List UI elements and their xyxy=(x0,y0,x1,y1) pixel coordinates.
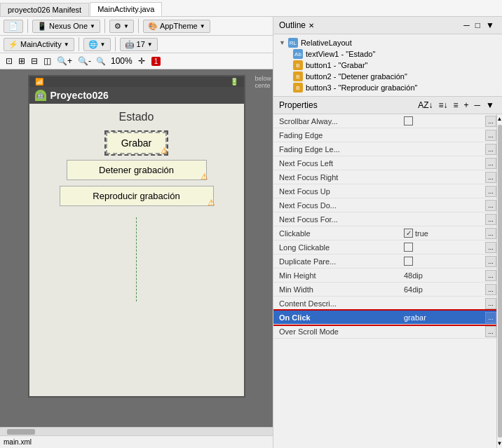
prop-more-content-desc[interactable]: ... xyxy=(485,298,496,309)
toolbar-3: ⊡ ⊞ ⊟ ◫ 🔍+ 🔍- 🔍 100% ✛ 1 xyxy=(0,53,273,69)
toolbar-1: 📄 📱 Nexus One ▼ ⚙ ▼ 🎨 AppTheme ▼ xyxy=(0,17,273,36)
prop-row-on-click[interactable]: On Click grabar ... xyxy=(273,311,496,325)
grabar-button[interactable]: Grabar xyxy=(106,132,168,154)
locale-btn[interactable]: 🌐 ▼ xyxy=(83,38,111,51)
canvas-scrollbar[interactable] xyxy=(0,427,273,435)
canvas-label-center: cente xyxy=(255,82,271,89)
props-add-btn[interactable]: + xyxy=(462,99,471,111)
tree-item-textview1[interactable]: Ab textView1 - "Estado" xyxy=(279,48,496,60)
prop-row-next-focus-forward[interactable]: Next Focus For... ... xyxy=(273,212,496,226)
tree-item-button1[interactable]: B button1 - "Grabar" xyxy=(279,60,496,71)
outline-tree: ▼ RL RelativeLayout Ab textView1 - "Esta… xyxy=(273,34,502,96)
tab-manifest[interactable]: proyecto026 Manifest xyxy=(0,3,89,16)
canvas-label-below: below xyxy=(255,75,271,82)
scroll-up-arrow[interactable]: ▲ xyxy=(496,114,502,123)
prop-row-content-desc[interactable]: Content Descri... ... xyxy=(273,297,496,311)
prop-more-next-focus-forward[interactable]: ... xyxy=(485,214,496,225)
zoom-in-btn[interactable]: 🔍+ xyxy=(55,55,74,67)
estado-label: Estado xyxy=(119,111,154,123)
separator-2 xyxy=(104,19,105,33)
outline-title: Outline xyxy=(279,20,306,30)
props-minimize-btn[interactable]: ─ xyxy=(473,99,483,111)
render-btn[interactable]: ◫ xyxy=(41,55,53,67)
tree-item-relativelayout[interactable]: ▼ RL RelativeLayout xyxy=(279,37,496,48)
prop-more-fading-edge[interactable]: ... xyxy=(485,130,496,141)
tree-label-textview1: textView1 - "Estado" xyxy=(306,50,375,58)
prop-row-next-focus-left[interactable]: Next Focus Left ... xyxy=(273,156,496,170)
error-badge: 1 xyxy=(151,57,161,66)
tree-label-button3: button3 - "Reproducir grabación" xyxy=(306,83,417,92)
zoom-level: 🔍 xyxy=(96,57,106,66)
canvas-scrollbar-thumb[interactable] xyxy=(7,429,35,435)
prop-row-next-focus-up[interactable]: Next Focus Up ... xyxy=(273,184,496,198)
props-sort-cat-btn[interactable]: ≡↓ xyxy=(437,99,450,111)
reproducir-button[interactable]: Reproducir grabación xyxy=(60,186,214,206)
tree-icon-button1: B xyxy=(293,60,303,70)
new-file-btn[interactable]: 📄 xyxy=(4,20,23,33)
prop-more-min-height[interactable]: ... xyxy=(485,270,496,281)
detener-warning-icon: ⚠ xyxy=(201,172,208,182)
prop-more-fading-edge-length[interactable]: ... xyxy=(485,144,496,155)
prop-more-next-focus-right[interactable]: ... xyxy=(485,172,496,183)
zoom-fit-btn[interactable]: ⊞ xyxy=(16,55,27,67)
api-level-btn[interactable]: 🤖 17 ▼ xyxy=(120,38,158,51)
separator-5 xyxy=(115,37,116,51)
on-click-value: grabar xyxy=(404,313,426,322)
config-btn[interactable]: ⚙ ▼ xyxy=(109,20,134,33)
prop-row-next-focus-right[interactable]: Next Focus Right ... xyxy=(273,170,496,184)
prop-row-min-height[interactable]: Min Height 48dip ... xyxy=(273,269,496,283)
prop-row-over-scroll[interactable]: Over Scroll Mode ... xyxy=(273,325,496,339)
prop-row-fading-edge-length[interactable]: Fading Edge Le... ... xyxy=(273,142,496,156)
props-sort-alpha-btn[interactable]: AZ↓ xyxy=(416,99,435,111)
duplicate-parent-checkbox[interactable] xyxy=(404,257,413,266)
tree-item-button2[interactable]: B button2 - "Detener grabación" xyxy=(279,71,496,82)
props-advanced-btn[interactable]: ≡ xyxy=(452,99,461,111)
properties-header: Properties AZ↓ ≡↓ ≡ + ─ ▼ xyxy=(273,97,502,114)
prop-row-long-clickable[interactable]: Long Clickable ... xyxy=(273,240,496,254)
prop-more-clickable[interactable]: ... xyxy=(485,228,496,239)
outline-header: Outline ✕ ─ □ ▼ xyxy=(273,17,502,34)
device-selector-btn[interactable]: 📱 Nexus One ▼ xyxy=(32,20,100,33)
prop-more-long-clickable[interactable]: ... xyxy=(485,242,496,253)
zoom-100-btn[interactable]: 100% xyxy=(109,55,135,67)
properties-table: Scrollbar Alway... ... Fading Edge ... xyxy=(273,114,496,448)
prop-row-next-focus-down[interactable]: Next Focus Do... ... xyxy=(273,198,496,212)
phone-content: Estado Grabar ⚠ Detener grabación ⚠ Repr… xyxy=(29,104,244,308)
prop-row-scrollbar-always[interactable]: Scrollbar Alway... ... xyxy=(273,114,496,128)
tree-arrow-icon: ▼ xyxy=(279,39,285,46)
separator-1 xyxy=(27,19,28,33)
prop-more-min-width[interactable]: ... xyxy=(485,284,496,295)
pan-btn[interactable]: ✛ xyxy=(136,55,147,67)
select-tool-btn[interactable]: ⊡ xyxy=(4,55,15,67)
prop-row-duplicate-parent[interactable]: Duplicate Pare... ... xyxy=(273,254,496,269)
prop-row-min-width[interactable]: Min Width 64dip ... xyxy=(273,283,496,297)
outline-maximize-btn[interactable]: □ xyxy=(473,19,482,32)
prop-more-duplicate-parent[interactable]: ... xyxy=(485,256,496,267)
tab-main-activity[interactable]: MainActivity.java xyxy=(90,2,162,16)
prop-more-next-focus-left[interactable]: ... xyxy=(485,158,496,169)
scroll-down-arrow[interactable]: ▼ xyxy=(496,439,502,448)
prop-row-clickable[interactable]: Clickable ✓ true ... xyxy=(273,226,496,240)
tree-icon-layout: RL xyxy=(288,38,298,48)
props-view-menu-btn[interactable]: ▼ xyxy=(484,99,496,111)
prop-more-over-scroll[interactable]: ... xyxy=(485,326,496,337)
long-clickable-checkbox[interactable] xyxy=(404,243,413,252)
prop-more-next-focus-down[interactable]: ... xyxy=(485,200,496,211)
detener-button[interactable]: Detener grabación xyxy=(67,160,207,180)
activity-btn[interactable]: ⚡ MainActivity ▼ xyxy=(4,38,74,51)
prop-more-on-click[interactable]: ... xyxy=(485,312,496,323)
clickable-checkbox[interactable]: ✓ xyxy=(404,229,413,238)
toolbar-2: ⚡ MainActivity ▼ 🌐 ▼ 🤖 17 ▼ xyxy=(0,36,273,53)
theme-selector-btn[interactable]: 🎨 AppTheme ▼ xyxy=(143,20,210,33)
grid-toggle-btn[interactable]: ⊟ xyxy=(29,55,40,67)
scrollbar-always-checkbox[interactable] xyxy=(404,116,413,125)
zoom-out-btn[interactable]: 🔍- xyxy=(76,55,93,67)
prop-more-next-focus-up[interactable]: ... xyxy=(485,186,496,197)
outline-minimize-btn[interactable]: ─ xyxy=(461,19,472,32)
grabar-warning-icon: ⚠ xyxy=(161,146,168,156)
outline-view-menu-btn[interactable]: ▼ xyxy=(484,19,496,32)
scroll-thumb[interactable] xyxy=(498,125,502,437)
properties-vertical-scrollbar[interactable]: ▲ ▼ xyxy=(496,114,502,448)
tree-item-button3[interactable]: B button3 - "Reproducir grabación" xyxy=(279,82,496,93)
prop-row-fading-edge[interactable]: Fading Edge ... xyxy=(273,128,496,142)
